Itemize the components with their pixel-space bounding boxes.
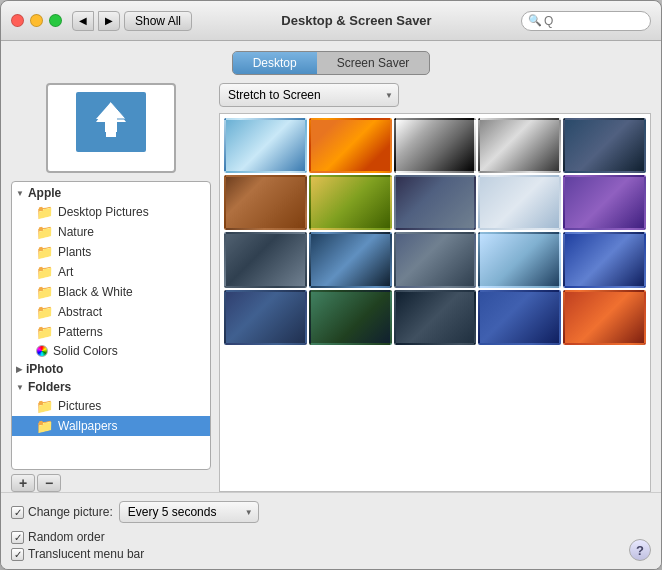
window-title: Desktop & Screen Saver xyxy=(192,13,521,28)
sidebar-group-apple[interactable]: ▼ Apple xyxy=(12,184,210,202)
sidebar-item-black-white[interactable]: 📁 Black & White xyxy=(12,282,210,302)
bottom-controls: Change picture: Every 5 seconds Every 30… xyxy=(1,492,661,569)
sidebar-item-label: Solid Colors xyxy=(53,344,118,358)
image-thumb[interactable] xyxy=(394,290,477,345)
left-panel: ▼ Apple 📁 Desktop Pictures 📁 Nature 📁 Pl… xyxy=(11,83,211,492)
preview-icon xyxy=(71,87,151,169)
image-thumb[interactable] xyxy=(394,175,477,230)
sidebar-item-pictures[interactable]: 📁 Pictures xyxy=(12,396,210,416)
stretch-control: Stretch to Fill Screen Fill Screen Fit t… xyxy=(219,83,651,107)
folder-icon: 📁 xyxy=(36,304,53,320)
color-wheel-icon xyxy=(36,345,48,357)
sidebar-item-label: Wallpapers xyxy=(58,419,118,433)
back-button[interactable]: ◀ xyxy=(72,11,94,31)
folder-icon: 📁 xyxy=(36,324,53,340)
image-thumb[interactable] xyxy=(224,118,307,173)
sidebar-item-patterns[interactable]: 📁 Patterns xyxy=(12,322,210,342)
change-picture-checkbox-label[interactable]: Change picture: xyxy=(11,505,113,519)
sidebar-item-label: Nature xyxy=(58,225,94,239)
image-thumb[interactable] xyxy=(478,290,561,345)
sidebar-item-abstract[interactable]: 📁 Abstract xyxy=(12,302,210,322)
image-thumb[interactable] xyxy=(309,232,392,287)
sidebar-group-iphoto[interactable]: ▶ iPhoto xyxy=(12,360,210,378)
image-thumb[interactable] xyxy=(478,175,561,230)
random-order-checkbox[interactable] xyxy=(11,531,24,544)
apple-triangle-icon: ▼ xyxy=(16,189,24,198)
add-folder-button[interactable]: + xyxy=(11,474,35,492)
image-thumb[interactable] xyxy=(224,290,307,345)
translucent-menu-checkbox[interactable] xyxy=(11,548,24,561)
interval-select-wrapper: Every 5 seconds Every 30 seconds Every m… xyxy=(119,501,259,523)
image-thumb[interactable] xyxy=(309,175,392,230)
translucent-menu-label: Translucent menu bar xyxy=(28,547,144,561)
bottom-row: Change picture: Every 5 seconds Every 30… xyxy=(11,501,651,561)
image-thumb[interactable] xyxy=(563,175,646,230)
sidebar-item-label: Pictures xyxy=(58,399,101,413)
sidebar-item-nature[interactable]: 📁 Nature xyxy=(12,222,210,242)
image-thumb[interactable] xyxy=(394,232,477,287)
titlebar: ◀ ▶ Show All Desktop & Screen Saver 🔍 xyxy=(1,1,661,41)
stretch-select-wrapper: Stretch to Fill Screen Fill Screen Fit t… xyxy=(219,83,399,107)
main-content: ▼ Apple 📁 Desktop Pictures 📁 Nature 📁 Pl… xyxy=(1,83,661,492)
image-thumb[interactable] xyxy=(478,118,561,173)
close-button[interactable] xyxy=(11,14,24,27)
interval-select[interactable]: Every 5 seconds Every 30 seconds Every m… xyxy=(119,501,259,523)
image-thumb[interactable] xyxy=(563,232,646,287)
random-order-label: Random order xyxy=(28,530,105,544)
change-picture-checkbox[interactable] xyxy=(11,506,24,519)
iphoto-triangle-icon: ▶ xyxy=(16,365,22,374)
sidebar-item-solid-colors[interactable]: Solid Colors xyxy=(12,342,210,360)
translucent-menu-checkbox-label[interactable]: Translucent menu bar xyxy=(11,547,259,561)
sidebar-item-desktop-pictures[interactable]: 📁 Desktop Pictures xyxy=(12,202,210,222)
tab-screensaver[interactable]: Screen Saver xyxy=(317,52,430,74)
sidebar-item-label: Desktop Pictures xyxy=(58,205,149,219)
traffic-lights xyxy=(11,14,62,27)
nav-buttons: ◀ ▶ xyxy=(72,11,120,31)
sidebar-item-wallpapers[interactable]: 📁 Wallpapers xyxy=(12,416,210,436)
sidebar-item-label: Patterns xyxy=(58,325,103,339)
show-all-button[interactable]: Show All xyxy=(124,11,192,31)
image-thumb[interactable] xyxy=(563,118,646,173)
tab-desktop[interactable]: Desktop xyxy=(233,52,317,74)
random-order-checkbox-label[interactable]: Random order xyxy=(11,530,259,544)
image-grid xyxy=(220,114,650,349)
minimize-button[interactable] xyxy=(30,14,43,27)
sidebar-buttons: + − xyxy=(11,474,211,492)
folder-icon: 📁 xyxy=(36,224,53,240)
image-thumb[interactable] xyxy=(563,290,646,345)
help-button[interactable]: ? xyxy=(629,539,651,561)
folder-icon: 📁 xyxy=(36,264,53,280)
search-icon: 🔍 xyxy=(528,14,542,27)
change-picture-row: Change picture: Every 5 seconds Every 30… xyxy=(11,501,259,523)
image-thumb[interactable] xyxy=(224,232,307,287)
folder-icon: 📁 xyxy=(36,398,53,414)
sidebar[interactable]: ▼ Apple 📁 Desktop Pictures 📁 Nature 📁 Pl… xyxy=(11,181,211,470)
sidebar-item-label: Art xyxy=(58,265,73,279)
sidebar-item-art[interactable]: 📁 Art xyxy=(12,262,210,282)
folder-icon: 📁 xyxy=(36,418,53,434)
iphoto-group-label: iPhoto xyxy=(26,362,63,376)
sidebar-item-plants[interactable]: 📁 Plants xyxy=(12,242,210,262)
image-thumb[interactable] xyxy=(224,175,307,230)
preview-box xyxy=(46,83,176,173)
image-thumb[interactable] xyxy=(478,232,561,287)
sidebar-item-label: Plants xyxy=(58,245,91,259)
folders-triangle-icon: ▼ xyxy=(16,383,24,392)
search-input[interactable] xyxy=(544,14,644,28)
image-thumb[interactable] xyxy=(394,118,477,173)
forward-button[interactable]: ▶ xyxy=(98,11,120,31)
stretch-select[interactable]: Stretch to Fill Screen Fill Screen Fit t… xyxy=(219,83,399,107)
image-grid-container[interactable] xyxy=(219,113,651,492)
maximize-button[interactable] xyxy=(49,14,62,27)
change-picture-label: Change picture: xyxy=(28,505,113,519)
folder-icon: 📁 xyxy=(36,284,53,300)
search-box: 🔍 xyxy=(521,11,651,31)
image-thumb[interactable] xyxy=(309,118,392,173)
sidebar-group-folders[interactable]: ▼ Folders xyxy=(12,378,210,396)
sidebar-item-label: Abstract xyxy=(58,305,102,319)
folder-icon: 📁 xyxy=(36,244,53,260)
remove-folder-button[interactable]: − xyxy=(37,474,61,492)
image-thumb[interactable] xyxy=(309,290,392,345)
tabs-area: Desktop Screen Saver xyxy=(1,41,661,83)
tab-group: Desktop Screen Saver xyxy=(232,51,431,75)
